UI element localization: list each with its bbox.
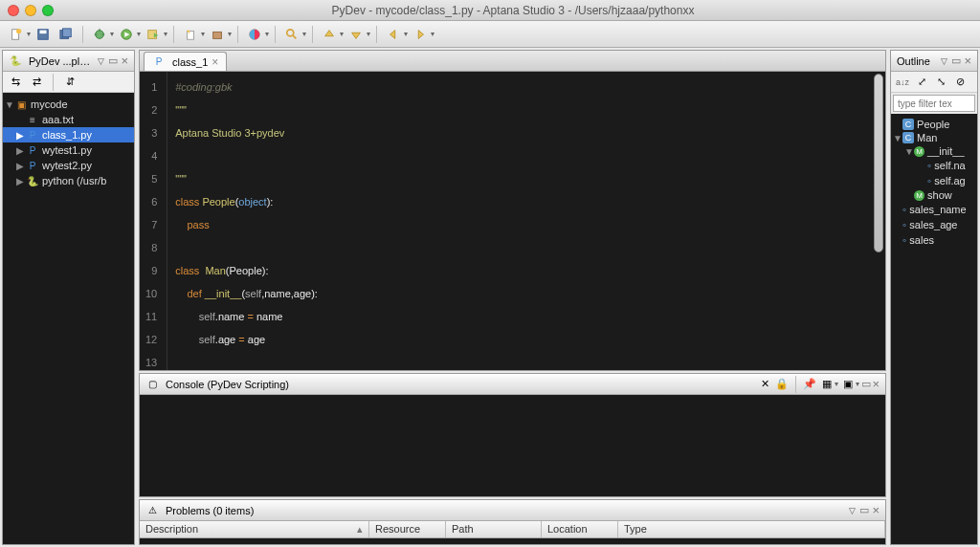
display-console-button[interactable]: ▦ <box>819 377 835 392</box>
py-file-icon: P <box>26 159 39 172</box>
prev-annotation-button[interactable] <box>319 24 340 45</box>
vertical-scrollbar[interactable] <box>874 74 883 252</box>
minimize-icon[interactable]: ▭ <box>861 378 870 390</box>
dropdown-icon[interactable]: ▾ <box>201 30 205 38</box>
outline-item[interactable]: C People <box>891 118 977 131</box>
svg-marker-22 <box>418 30 423 38</box>
tree-label: wytest1.py <box>42 144 92 156</box>
forward-button[interactable] <box>410 24 431 45</box>
outline-item[interactable]: ◦ sales_name <box>891 202 977 217</box>
dropdown-icon[interactable]: ▾ <box>431 30 434 38</box>
file-node[interactable]: ▶Pclass_1.py <box>3 127 134 142</box>
class-icon: C <box>902 132 914 143</box>
back-button[interactable] <box>383 24 404 45</box>
hide-button[interactable]: ⊘ <box>952 75 968 90</box>
dropdown-icon[interactable]: ▾ <box>856 380 859 388</box>
collapse-button[interactable]: ⤡ <box>933 75 948 90</box>
problems-body[interactable] <box>140 538 885 544</box>
file-node[interactable]: ≡aaa.txt <box>3 112 134 127</box>
svg-rect-3 <box>40 30 47 33</box>
explorer-header: 🐍 PyDev ...plorer ▽ ▭ × <box>3 51 134 72</box>
method-icon: M <box>914 146 924 157</box>
close-icon[interactable]: × <box>872 503 880 517</box>
minimize-icon[interactable]: ▭ <box>108 55 117 67</box>
close-icon[interactable]: × <box>121 54 128 68</box>
outline-item[interactable]: ▼C Man <box>891 131 977 144</box>
outline-filter-input[interactable] <box>893 95 975 112</box>
package-button[interactable] <box>207 24 228 45</box>
save-all-button[interactable] <box>56 24 77 45</box>
view-menu-icon[interactable]: ▽ <box>98 56 104 66</box>
class-icon: C <box>902 119 914 130</box>
dropdown-icon[interactable]: ▾ <box>340 30 344 38</box>
link-editor-button[interactable]: ⇄ <box>28 74 45 91</box>
close-icon[interactable]: × <box>964 54 971 68</box>
next-annotation-button[interactable] <box>345 24 367 45</box>
outline-item[interactable]: ◦ self.na <box>891 158 977 173</box>
py-file-icon: P <box>152 55 166 69</box>
project-node[interactable]: ▼▣mycode <box>3 97 134 112</box>
debug-button[interactable] <box>89 24 110 45</box>
new-wizard-button[interactable] <box>180 24 201 45</box>
save-button[interactable] <box>33 24 54 45</box>
search-button[interactable] <box>281 24 302 45</box>
dropdown-icon[interactable]: ▾ <box>302 30 306 38</box>
close-window-button[interactable] <box>8 5 19 16</box>
line-gutter: 123456789101112131415 <box>140 72 167 370</box>
console-body[interactable] <box>140 395 885 496</box>
dropdown-icon[interactable]: ▾ <box>228 30 232 38</box>
zoom-window-button[interactable] <box>42 5 54 16</box>
outline-item[interactable]: M show <box>891 188 977 202</box>
svg-rect-5 <box>63 28 72 36</box>
dropdown-icon[interactable]: ▾ <box>164 30 167 38</box>
pin-console-button[interactable]: 📌 <box>802 377 817 392</box>
column-header[interactable]: Description ▴ <box>140 521 369 537</box>
outline-item[interactable]: ▼M __init__ <box>891 144 977 158</box>
minimize-icon[interactable]: ▭ <box>951 55 960 67</box>
column-header[interactable]: Path <box>446 521 542 537</box>
view-menu-icon[interactable]: ▽ <box>941 56 947 66</box>
run-last-button[interactable] <box>143 24 164 45</box>
theme-button[interactable] <box>244 24 265 45</box>
outline-label: People <box>917 119 949 130</box>
file-node[interactable]: ▶Pwytest1.py <box>3 142 134 158</box>
svg-line-18 <box>293 34 297 38</box>
clear-console-button[interactable]: ✕ <box>757 377 772 392</box>
dropdown-icon[interactable]: ▾ <box>27 30 31 38</box>
problems-columns: Description ▴ Resource Path Location Typ… <box>140 521 885 538</box>
dropdown-icon[interactable]: ▾ <box>137 30 141 38</box>
run-button[interactable] <box>116 24 137 45</box>
console-icon: ▢ <box>145 378 159 391</box>
outline-item[interactable]: ◦ sales <box>891 232 977 248</box>
dropdown-icon[interactable]: ▾ <box>835 380 838 388</box>
console-header: ▢ Console (PyDev Scripting) ✕ 🔒 📌 ▦▾ ▣▾ … <box>140 374 885 395</box>
minimize-window-button[interactable] <box>25 5 36 16</box>
new-button[interactable] <box>6 24 27 45</box>
open-console-button[interactable]: ▣ <box>840 377 856 392</box>
dropdown-icon[interactable]: ▾ <box>404 30 408 38</box>
code-editor[interactable]: 123456789101112131415 #coding:gbk """ Ap… <box>140 72 885 370</box>
outline-item[interactable]: ◦ sales_age <box>891 217 977 232</box>
filter-button[interactable]: ⇵ <box>61 74 78 91</box>
minimize-icon[interactable]: ▭ <box>859 504 868 516</box>
close-tab-icon[interactable]: × <box>212 55 218 69</box>
code-area[interactable]: #coding:gbk """ Aptana Studio 3+pydev ""… <box>167 72 885 370</box>
expand-button[interactable]: ⤢ <box>914 75 929 90</box>
dropdown-icon[interactable]: ▾ <box>265 30 269 38</box>
collapse-all-button[interactable]: ⇆ <box>7 74 24 91</box>
column-header[interactable]: Type <box>618 521 885 537</box>
mac-titlebar: PyDev - mycode/class_1.py - Aptana Studi… <box>0 0 980 21</box>
dropdown-icon[interactable]: ▾ <box>110 30 114 38</box>
python-lib-node[interactable]: ▶🐍python (/usr/b <box>3 173 134 188</box>
dropdown-icon[interactable]: ▾ <box>367 30 370 38</box>
sort-button[interactable]: a↓z <box>895 75 910 90</box>
column-header[interactable]: Location <box>542 521 618 537</box>
column-header[interactable]: Resource <box>369 521 446 537</box>
method-icon: M <box>914 190 924 201</box>
file-node[interactable]: ▶Pwytest2.py <box>3 158 134 173</box>
editor-tab[interactable]: P class_1 × <box>144 52 227 71</box>
scroll-lock-button[interactable]: 🔒 <box>774 377 790 392</box>
view-menu-icon[interactable]: ▽ <box>849 506 856 515</box>
close-icon[interactable]: × <box>872 377 880 391</box>
outline-item[interactable]: ◦ self.ag <box>891 173 977 188</box>
